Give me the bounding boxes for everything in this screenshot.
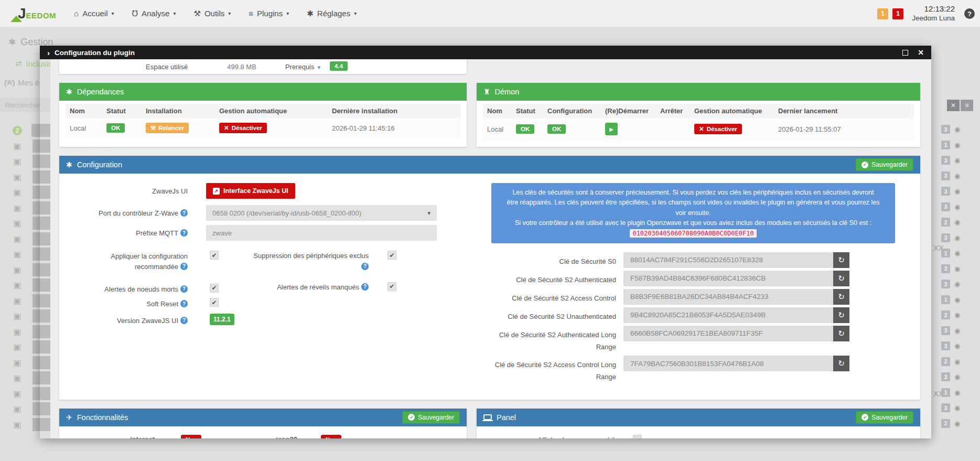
apply-config-checkbox[interactable]: ✔ — [210, 251, 219, 260]
eye-icon[interactable]: ◉ — [954, 234, 960, 242]
s2-unauthenticated-key-input[interactable]: 9B4C8920A85C21B6053F4A5D5AE0349B — [623, 307, 833, 323]
eye-icon[interactable]: ◉ — [954, 311, 960, 319]
clock-user-block: 12:13:22 Jeedom Luna — [912, 4, 955, 23]
eye-icon[interactable]: ◉ — [954, 296, 960, 304]
disable-button[interactable]: ✕Désactiver — [219, 123, 267, 133]
device-icon: ▣ — [12, 296, 23, 306]
dead-nodes-checkbox[interactable]: ✔ — [210, 284, 219, 293]
mqtt-prefix-input[interactable]: zwave — [206, 225, 437, 241]
help-icon[interactable]: ? — [361, 263, 369, 270]
close-icon[interactable]: ✕ — [918, 48, 924, 57]
eye-icon[interactable]: ◉ — [954, 218, 960, 226]
feature-toggle-badge[interactable]: Non — [181, 435, 201, 438]
chevron-down-icon[interactable]: ▾ — [318, 64, 321, 71]
count-badge: 1 — [941, 295, 950, 304]
disable-button[interactable]: ✕Désactiver — [694, 124, 742, 134]
hamburger-icon[interactable]: ≡ — [961, 100, 973, 111]
start-daemon-button[interactable]: ▶ — [605, 123, 618, 135]
warning-count-badge[interactable]: 1 — [877, 8, 888, 19]
missed-wakeups-checkbox[interactable]: ✔ — [387, 282, 396, 291]
help-icon[interactable]: ? — [180, 285, 188, 293]
help-icon[interactable]: ? — [180, 317, 188, 324]
menu-plugins[interactable]: ≡ Plugins ▾ — [249, 9, 289, 18]
regenerate-key-button[interactable]: ↻ — [833, 356, 849, 371]
remove-excluded-checkbox[interactable]: ✔ — [387, 251, 396, 260]
col-header: Dernier lancement — [774, 104, 914, 118]
regenerate-key-button[interactable]: ↻ — [833, 307, 849, 323]
relaunch-button[interactable]: ⚒Relancer — [146, 123, 189, 133]
device-icon: ▣ — [12, 311, 23, 321]
count-badge: 3 — [941, 341, 950, 350]
eye-icon[interactable]: ◉ — [954, 342, 960, 350]
s2-authenticated-key-input[interactable]: F587B39AD4B84C6396F680BC412836CB — [623, 271, 833, 286]
visibility-row: 3◉ — [941, 276, 960, 292]
eye-icon[interactable]: ◉ — [954, 187, 960, 195]
refresh-icon: ↻ — [838, 359, 845, 368]
eye-icon[interactable]: ◉ — [954, 373, 960, 381]
menu-accueil[interactable]: ⌂ Accueil ▾ — [74, 9, 114, 18]
s2-access-control-key-input[interactable]: B8B3F9E6B81BA26DC34AB84B4ACF4233 — [623, 289, 833, 305]
count-badge: 2 — [941, 310, 950, 319]
eye-icon[interactable]: ◉ — [954, 249, 960, 257]
key-label: Clé de Sécurité S0 — [479, 252, 616, 268]
save-button[interactable]: ✔ Sauvegarder — [856, 411, 913, 424]
regenerate-key-button[interactable]: ↻ — [833, 271, 849, 286]
daemon-table: Nom Statut Configuration (Re)Démarrer Ar… — [483, 104, 914, 140]
info-text-2: Si votre contrôleur a été utilisé avec l… — [515, 219, 871, 227]
menu-label: Réglages — [317, 9, 350, 18]
eye-icon[interactable]: ◉ — [954, 327, 960, 335]
close-icon[interactable]: ✕ — [947, 100, 960, 111]
help-icon[interactable]: ? — [361, 283, 369, 291]
key-label: Clé de Sécurité S2 Access Control Long R… — [479, 356, 616, 383]
zwave-icon: Z — [13, 126, 22, 135]
help-icon[interactable]: ? — [180, 300, 188, 307]
features-header: ✈ Fonctionnalités ✔ Sauvegarder — [59, 409, 467, 426]
regenerate-key-button[interactable]: ↻ — [833, 289, 849, 305]
check-circle-icon: ✔ — [861, 162, 868, 168]
save-button[interactable]: ✔ Sauvegarder — [402, 411, 460, 424]
eye-icon[interactable]: ◉ — [954, 404, 960, 412]
eye-icon[interactable]: ◉ — [954, 420, 960, 427]
eye-icon[interactable]: ◉ — [954, 389, 960, 396]
feature-toggle-badge[interactable]: Non — [321, 435, 341, 438]
eye-icon[interactable]: ◉ — [954, 125, 960, 133]
jeedom-logo[interactable]: J EEDOM — [6, 7, 56, 20]
soft-reset-checkbox[interactable]: ✔ — [210, 298, 219, 307]
device-icon: ▣ — [12, 249, 23, 259]
bg-eye-column: 3◉1◉3◉3◉3◉3◉2◉3◉1◉3◉3◉1◉2◉3◉3◉2◉3◉1◉3◉2◉ — [941, 122, 960, 431]
maximize-icon[interactable] — [902, 50, 908, 56]
error-count-badge[interactable]: 1 — [892, 8, 903, 19]
eye-icon[interactable]: ◉ — [954, 172, 960, 180]
col-header: Configuration — [543, 104, 601, 118]
chevron-down-icon: ▾ — [427, 210, 430, 217]
eye-icon[interactable]: ◉ — [954, 358, 960, 366]
menu-reglages[interactable]: ✱ Réglages ▾ — [307, 9, 357, 18]
s0-key-input[interactable]: 88014AC784F291C556D2D265107E8328 — [623, 252, 833, 268]
check-circle-icon: ✔ — [861, 414, 868, 421]
help-icon[interactable]: ? — [180, 229, 188, 237]
eye-icon[interactable]: ◉ — [954, 280, 960, 288]
menu-outils[interactable]: ⚒ Outils ▾ — [193, 9, 231, 18]
menu-analyse[interactable]: ℧ Analyse ▾ — [132, 9, 176, 18]
col-header: Dernière installation — [328, 104, 460, 118]
info-text-1: Les clés de sécurités sont à conserver p… — [507, 189, 880, 217]
s2-ac-long-range-key-input[interactable]: 7FA79BAC7560B301B8153FA0476B1A08 — [623, 356, 833, 371]
regenerate-key-button[interactable]: ↻ — [833, 252, 849, 268]
eye-icon[interactable]: ◉ — [954, 156, 960, 164]
zwave-port-select[interactable]: 0658 0200 (/dev/serial/by-id/usb-0658_02… — [206, 205, 437, 221]
regenerate-key-button[interactable]: ↻ — [833, 326, 849, 341]
open-zwavejs-ui-button[interactable]: ↗ Interface ZwaveJs UI — [206, 183, 295, 199]
help-icon[interactable]: ? — [180, 263, 188, 270]
section-title: Configuration — [77, 160, 122, 169]
save-button[interactable]: ✔ Sauvegarder — [856, 158, 913, 171]
s2-auth-long-range-key-input[interactable]: 6660B58FCA0692917E1BEA809711F35F — [623, 326, 833, 341]
mobile-panel-checkbox[interactable] — [633, 435, 642, 438]
col-header: Installation — [142, 104, 215, 118]
eye-icon[interactable]: ◉ — [954, 141, 960, 149]
help-icon[interactable]: ? — [964, 8, 975, 19]
section-title: Fonctionnalités — [77, 413, 128, 422]
modal-title: Configuration du plugin — [55, 49, 135, 57]
eye-icon[interactable]: ◉ — [954, 203, 960, 211]
eye-icon[interactable]: ◉ — [954, 265, 960, 273]
help-icon[interactable]: ? — [180, 209, 188, 217]
